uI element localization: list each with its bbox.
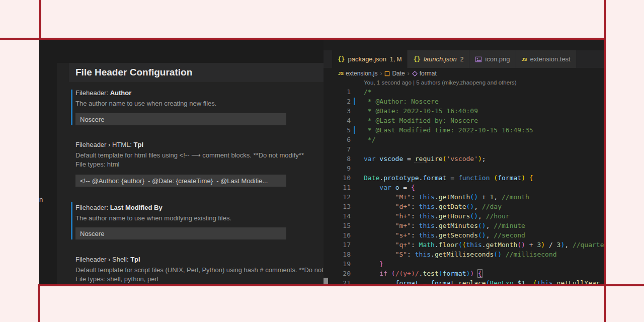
breadcrumb-separator: › [380, 70, 382, 77]
code-text: "h+": this.getHours(), //hour [364, 211, 510, 221]
breadcrumb-separator: › [408, 70, 410, 77]
tab-package-json[interactable]: {} package.json 1, M [332, 50, 407, 68]
line-number: 14 [324, 211, 351, 221]
code-line[interactable]: 12 "M+": this.getMonth() + 1, //month [324, 192, 604, 202]
code-line[interactable]: 2 * @Author: Noscere [324, 97, 604, 106]
tab-icon-png[interactable]: icon.png [469, 50, 515, 68]
breadcrumb-symbol-format[interactable]: format [412, 70, 437, 77]
code-text: if (/(y+)/.test(format)) { [364, 269, 482, 278]
code-text: */ [364, 135, 375, 144]
setting-description: The author name to use when creating new… [75, 99, 324, 108]
code-line[interactable]: 1/* [324, 87, 604, 97]
tab-git-badge: 2 [460, 56, 464, 63]
frame-line-left-bottom [38, 286, 40, 322]
page: n File Header Configuration Fileheader: … [0, 0, 644, 322]
settings-panel: File Header Configuration Fileheader: Au… [57, 63, 324, 284]
code-line[interactable]: 20 if (/(y+)/.test(format)) { [324, 269, 604, 278]
code-line[interactable]: 7 [324, 144, 604, 154]
gitlens-codelens[interactable]: You, 1 second ago | 5 authors (mikey.zha… [364, 79, 516, 86]
code-line[interactable]: 18 "S": this.getMilliseconds() //millise… [324, 250, 604, 259]
gutter [351, 97, 364, 106]
gutter [351, 269, 364, 278]
line-number: 15 [324, 221, 351, 230]
tab-extension-test[interactable]: JS extension.test [516, 50, 576, 68]
code-text: /* [364, 87, 372, 97]
line-number: 20 [324, 269, 351, 278]
gutter [351, 173, 364, 183]
setting-description: The author name to use when modifying ex… [75, 214, 324, 223]
line-number: 19 [324, 259, 351, 269]
code-line[interactable]: 19 } [324, 259, 604, 269]
gutter [351, 221, 364, 230]
breadcrumb-file[interactable]: JS extension.js [338, 70, 377, 77]
line-number: 11 [324, 183, 351, 192]
gutter [351, 278, 364, 284]
modified-line-indicator [354, 98, 355, 105]
code-line[interactable]: 3 * @Date: 2022-10-15 16:40:09 [324, 106, 604, 116]
gutter [351, 87, 364, 97]
method-symbol-icon [412, 71, 418, 76]
setting-description: Default template for html files using <!… [75, 151, 324, 160]
editor-pane: {} package.json 1, M {} launch.json 2 [324, 40, 604, 284]
gutter [351, 259, 364, 269]
setting-label-shell-tpl: Fileheader › Shell: Tpl [75, 255, 324, 264]
tab-label: icon.png [485, 55, 510, 63]
line-number: 4 [324, 116, 351, 125]
line-number: 10 [324, 173, 351, 183]
frame-line-bottom [38, 284, 644, 286]
code-lines: 1/*2 * @Author: Noscere3 * @Date: 2022-1… [324, 87, 604, 284]
setting-input-html-tpl[interactable] [75, 175, 286, 187]
code-line[interactable]: 13 "d+": this.getDate(), //day [324, 202, 604, 211]
gutter [351, 154, 364, 164]
js-file-icon: JS [522, 57, 527, 62]
code-text: var o = { [364, 183, 415, 192]
breadcrumb: JS extension.js › Date › format [324, 68, 604, 79]
line-number: 5 [324, 125, 351, 135]
code-text: "s+": this.getSeconds(), //second [364, 230, 525, 240]
code-line[interactable]: 16 "s+": this.getSeconds(), //second [324, 230, 604, 240]
frame-line-left-top [39, 0, 41, 38]
code-line[interactable]: 15 "m+": this.getMinutes(), //minute [324, 221, 604, 230]
gutter [351, 192, 364, 202]
line-number: 18 [324, 250, 351, 259]
line-number: 7 [324, 144, 351, 154]
tab-label: launch.json [424, 55, 457, 63]
code-text: "q+": Math.floor((this.getMonth() + 3) /… [364, 240, 604, 250]
tab-bar: {} package.json 1, M {} launch.json 2 [324, 50, 604, 68]
image-file-icon [475, 56, 482, 63]
setting-input-last-modified-by[interactable] [75, 227, 286, 239]
code-line[interactable]: 17 "q+": Math.floor((this.getMonth() + 3… [324, 240, 604, 250]
gutter [351, 183, 364, 192]
code-text: * @Last Modified time: 2022-10-15 16:49:… [364, 125, 533, 135]
code-line[interactable]: 11 var o = { [324, 183, 604, 192]
line-number: 13 [324, 202, 351, 211]
gutter [351, 144, 364, 154]
gutter [351, 202, 364, 211]
line-number: 1 [324, 87, 351, 97]
code-line[interactable]: 8var vscode = require('vscode'); [324, 154, 604, 164]
code-line[interactable]: 14 "h+": this.getHours(), //hour [324, 211, 604, 221]
settings-scrollbar-thumb[interactable] [324, 278, 328, 284]
setting-input-author[interactable] [75, 113, 286, 125]
code-line[interactable]: 21 format = format.replace(RegExp.$1, (t… [324, 278, 604, 284]
setting-description: Default template for script files (UNIX,… [75, 266, 324, 275]
code-line[interactable]: 6 */ [324, 135, 604, 144]
line-number: 2 [324, 97, 351, 106]
code-line[interactable]: 9 [324, 164, 604, 173]
line-number: 6 [324, 135, 351, 144]
code-line[interactable]: 4 * @Last Modified by: Noscere [324, 116, 604, 125]
breadcrumb-symbol-date[interactable]: Date [384, 70, 405, 77]
setting-file-types: File types: html [75, 160, 324, 169]
frame-line-right [604, 0, 606, 322]
line-number: 17 [324, 240, 351, 250]
code-text: format = format.replace(RegExp.$1, (this… [364, 278, 600, 284]
gutter [351, 240, 364, 250]
code-line[interactable]: 5 * @Last Modified time: 2022-10-15 16:4… [324, 125, 604, 135]
code-text: "S": this.getMilliseconds() //millisecon… [364, 250, 557, 259]
code-line[interactable]: 10Date.prototype.format = function (form… [324, 173, 604, 183]
gutter [351, 135, 364, 144]
vscode-window: n File Header Configuration Fileheader: … [39, 40, 604, 284]
class-symbol-icon [384, 71, 390, 76]
tab-launch-json[interactable]: {} launch.json 2 [408, 50, 469, 68]
clipped-text-fragment: n [39, 196, 43, 203]
